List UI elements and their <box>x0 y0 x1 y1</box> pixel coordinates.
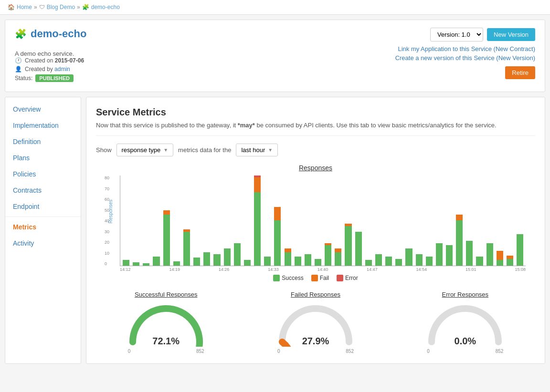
bar-group <box>343 175 353 266</box>
bar-group <box>263 175 272 266</box>
gauge-labels: 0852 <box>128 349 204 354</box>
breadcrumb-blog-demo[interactable]: Blog Demo <box>47 4 75 10</box>
bar-chart-container: Responses Responses 80 70 60 50 40 30 20… <box>96 164 535 281</box>
show-label: Show <box>96 146 112 154</box>
breadcrumb-home[interactable]: Home <box>17 4 32 10</box>
main-layout: Overview Implementation Definition Plans… <box>5 97 545 364</box>
sidebar-item-implementation[interactable]: Implementation <box>5 117 81 134</box>
bar-group <box>121 175 131 266</box>
page-title: Service Metrics <box>96 107 535 118</box>
status-badge: PUBLISHED <box>35 74 74 82</box>
content-area: Service Metrics Now that this service is… <box>86 97 545 364</box>
bar-group <box>333 175 343 266</box>
bar-group <box>162 175 171 266</box>
bar-group <box>485 175 495 266</box>
admin-link[interactable]: admin <box>54 66 70 72</box>
bar-group <box>354 175 363 266</box>
sidebar-divider <box>5 217 81 217</box>
gauge-wrapper: 27.9% <box>277 304 354 347</box>
version-select[interactable]: Version: 1.0 <box>430 28 483 41</box>
sidebar-item-policies[interactable]: Policies <box>5 166 81 182</box>
gauge-card: Successful Responses72.1%0852 <box>96 291 236 354</box>
bar-group <box>182 175 191 266</box>
gauges-row: Successful Responses72.1%0852Failed Resp… <box>96 291 535 354</box>
bar-group <box>323 175 333 266</box>
clock-icon: 🕐 <box>15 57 22 64</box>
new-version-button[interactable]: New Version <box>487 28 535 41</box>
bar-group <box>505 175 515 266</box>
chart-title: Responses <box>96 164 535 172</box>
bar-group <box>151 175 161 266</box>
bar-group <box>283 175 293 266</box>
puzzle-icon: 🧩 <box>82 4 89 10</box>
legend-fail: Fail <box>311 275 329 281</box>
sidebar-item-activity[interactable]: Activity <box>5 235 81 251</box>
sidebar-item-overview[interactable]: Overview <box>5 101 81 117</box>
bar-group <box>233 175 242 266</box>
fail-color-box <box>311 275 318 281</box>
gauge-value: 27.9% <box>302 336 329 347</box>
bar-group <box>273 175 282 266</box>
gauge-card: Failed Responses27.9%0852 <box>245 291 385 354</box>
time-dropdown[interactable]: last hour ▼ <box>236 144 278 156</box>
legend-error: Error <box>337 275 358 281</box>
gauge-labels: 0852 <box>427 349 503 354</box>
sidebar-item-plans[interactable]: Plans <box>5 150 81 166</box>
breadcrumb-service[interactable]: demo-echo <box>91 4 120 10</box>
gauge-labels: 0852 <box>277 349 354 354</box>
bar-group <box>303 175 313 266</box>
bar-group <box>394 175 403 266</box>
bar-group <box>465 175 474 266</box>
chart-legend: Success Fail Error <box>96 275 535 281</box>
bar-group <box>495 175 505 266</box>
gauge-wrapper: 0.0% <box>427 304 503 347</box>
link-app-link[interactable]: Link my Application to this Service (New… <box>395 45 535 52</box>
bar-group <box>202 175 212 266</box>
bar-group <box>131 175 141 266</box>
bar-group <box>192 175 201 266</box>
gauge-wrapper: 72.1% <box>128 304 204 347</box>
metrics-label: metrics data for the <box>178 146 231 154</box>
shield-icon: 🛡 <box>39 4 45 10</box>
meta-right: Link my Application to this Service (New… <box>395 45 535 79</box>
sidebar-item-endpoint[interactable]: Endpoint <box>5 198 81 215</box>
bar-group <box>475 175 484 266</box>
user-icon: 👤 <box>15 66 22 72</box>
bar-group <box>141 175 151 266</box>
error-color-box <box>337 275 343 281</box>
gauge-title: Successful Responses <box>96 291 236 298</box>
bar-group <box>384 175 393 266</box>
retire-button[interactable]: Retire <box>505 66 535 79</box>
service-title: 🧩 demo-echo <box>15 28 86 40</box>
sidebar-item-contracts[interactable]: Contracts <box>5 182 81 198</box>
bar-group <box>374 175 383 266</box>
bar-group <box>414 175 424 266</box>
created-by: 👤 Created by admin <box>15 66 381 72</box>
sidebar-item-definition[interactable]: Definition <box>5 134 81 150</box>
response-type-dropdown[interactable]: response type ▼ <box>116 144 174 156</box>
breadcrumb: 🏠 Home » 🛡 Blog Demo » 🧩 demo-echo <box>0 0 550 15</box>
gauge-title: Error Responses <box>395 291 535 298</box>
create-version-link[interactable]: Create a new version of this Service (Ne… <box>395 54 535 62</box>
bar-group <box>434 175 444 266</box>
gauge-card: Error Responses0.0%0852 <box>395 291 535 354</box>
meta-left: A demo echo service. 🕐 Created on 2015-0… <box>15 45 381 84</box>
chevron-down-icon: ▼ <box>163 147 168 153</box>
service-puzzle-icon: 🧩 <box>15 28 27 40</box>
legend-success: Success <box>273 275 303 281</box>
gauge-title: Failed Responses <box>245 291 385 298</box>
created-on: 🕐 Created on 2015-07-06 <box>15 57 381 64</box>
bar-group <box>293 175 303 266</box>
bar-group <box>253 175 262 266</box>
home-icon: 🏠 <box>8 4 15 10</box>
bar-group <box>444 175 454 266</box>
content-description: Now that this service is published to th… <box>96 122 535 136</box>
bar-group <box>424 175 434 266</box>
controls-row: Show response type ▼ metrics data for th… <box>96 144 535 156</box>
service-description: A demo echo service. <box>15 50 381 57</box>
sidebar-item-metrics[interactable]: Metrics <box>5 219 81 235</box>
bar-group <box>455 175 464 266</box>
gauge-value: 72.1% <box>152 336 180 347</box>
sidebar: Overview Implementation Definition Plans… <box>5 97 81 364</box>
bar-group <box>222 175 232 266</box>
